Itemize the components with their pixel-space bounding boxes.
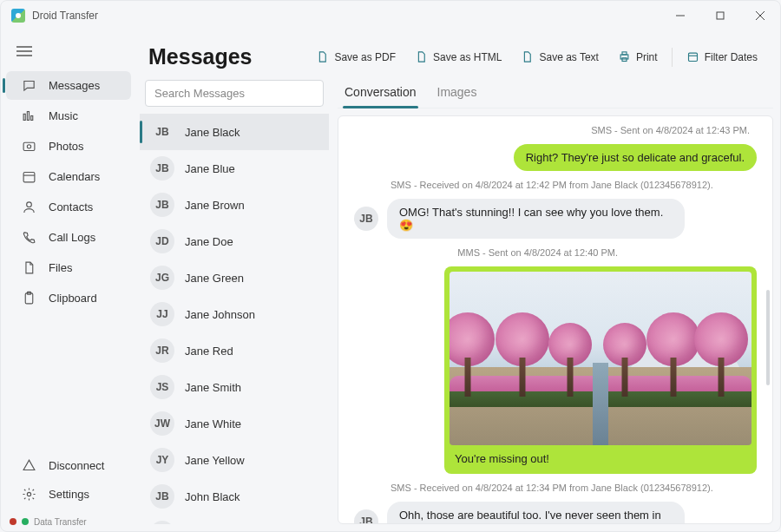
- nav-contacts[interactable]: Contacts: [6, 193, 131, 221]
- sidebar-footer: Disconnect Settings: [1, 451, 136, 512]
- search-input[interactable]: Search Messages: [145, 80, 324, 107]
- disconnect-icon: [22, 458, 36, 473]
- avatar: JR: [150, 338, 174, 363]
- nav-label: Music: [49, 109, 78, 122]
- message-meta: SMS - Sent on 4/8/2024 at 12:43 PM.: [354, 125, 757, 135]
- save-html-button[interactable]: Save as HTML: [408, 46, 509, 68]
- nav-photos[interactable]: Photos: [6, 132, 131, 161]
- contact-item[interactable]: JDJane Doe: [140, 223, 329, 259]
- nav-label: Settings: [49, 488, 89, 501]
- minimize-button[interactable]: [660, 1, 700, 30]
- photo-icon: [22, 139, 36, 154]
- nav-call-logs[interactable]: Call Logs: [6, 223, 131, 252]
- nav-disconnect[interactable]: Disconnect: [6, 451, 131, 480]
- person-icon: [22, 200, 36, 214]
- svg-rect-12: [23, 173, 35, 182]
- mms-image[interactable]: [450, 272, 751, 445]
- calendar-icon: [22, 169, 36, 184]
- chat-icon: [22, 78, 36, 93]
- contact-name: Jane Yellow: [185, 454, 245, 467]
- contact-item[interactable]: JBJohn Blue: [140, 515, 329, 524]
- avatar: JB: [354, 207, 378, 231]
- page-title: Messages: [148, 44, 253, 69]
- nav-messages[interactable]: Messages: [6, 71, 131, 100]
- close-button[interactable]: [740, 1, 780, 30]
- svg-point-11: [27, 145, 30, 148]
- nav-music[interactable]: Music: [6, 102, 131, 130]
- contact-name: Jane White: [185, 417, 241, 430]
- contact-item[interactable]: JSJane Smith: [140, 369, 329, 405]
- avatar: JY: [150, 448, 174, 472]
- messages-pane[interactable]: SMS - Sent on 4/8/2024 at 12:43 PM. Righ…: [338, 115, 773, 524]
- status-text: Data Transfer: [34, 517, 87, 527]
- svg-rect-7: [23, 114, 25, 120]
- nav: Messages Music Photos Calendars Contacts: [1, 71, 136, 451]
- svg-rect-20: [622, 58, 627, 62]
- contact-item[interactable]: JRJane Red: [140, 332, 329, 369]
- contact-item[interactable]: JJJane Johnson: [140, 296, 329, 332]
- print-button[interactable]: Print: [611, 46, 665, 68]
- app-icon: [11, 9, 25, 23]
- received-bubble: Ohh, those are beautiful too. I've never…: [387, 502, 685, 524]
- contact-list[interactable]: JBJane BlackJBJane BlueJBJane BrownJDJan…: [140, 114, 329, 524]
- maximize-button[interactable]: [700, 1, 740, 30]
- contact-name: Jane Brown: [185, 199, 245, 212]
- contact-name: Jane Red: [185, 345, 233, 358]
- avatar: JB: [150, 521, 174, 524]
- button-label: Filter Dates: [705, 51, 758, 63]
- contact-item[interactable]: JWJane White: [140, 405, 329, 442]
- nav-label: Clipboard: [49, 292, 97, 305]
- avatar: JB: [150, 156, 174, 181]
- hamburger-menu[interactable]: [1, 39, 136, 71]
- contact-item[interactable]: JYJane Yellow: [140, 442, 329, 478]
- nav-calendars[interactable]: Calendars: [6, 162, 131, 191]
- titlebar: Droid Transfer: [1, 1, 780, 30]
- contact-item[interactable]: JBJane Blue: [140, 150, 329, 187]
- filter-dates-button[interactable]: Filter Dates: [679, 46, 765, 68]
- contact-name: Jane Smith: [185, 381, 241, 394]
- save-pdf-button[interactable]: Save as PDF: [309, 46, 403, 68]
- mms-card: You're missing out!: [444, 266, 757, 474]
- nav-label: Files: [49, 261, 72, 274]
- phone-icon: [22, 230, 36, 245]
- svg-rect-19: [622, 52, 627, 55]
- contact-item[interactable]: JBJohn Black: [140, 478, 329, 515]
- svg-rect-8: [27, 112, 29, 121]
- nav-clipboard[interactable]: Clipboard: [6, 284, 131, 312]
- svg-rect-21: [688, 53, 697, 61]
- app-title: Droid Transfer: [32, 10, 98, 22]
- contact-item[interactable]: JGJane Green: [140, 259, 329, 296]
- toolbar: Save as PDF Save as HTML Save as Text Pr…: [309, 46, 765, 68]
- mms-caption: You're missing out!: [450, 445, 751, 469]
- message-meta: SMS - Received on 4/8/2024 at 12:42 PM f…: [354, 180, 757, 190]
- nav-label: Messages: [49, 79, 100, 92]
- tab-conversation[interactable]: Conversation: [343, 80, 418, 108]
- nav-settings[interactable]: Settings: [6, 480, 131, 509]
- nav-label: Call Logs: [49, 231, 95, 244]
- button-label: Save as PDF: [334, 51, 396, 63]
- window-controls: [660, 1, 780, 30]
- contact-name: John Black: [185, 490, 240, 503]
- avatar: JB: [150, 193, 174, 217]
- svg-rect-1: [717, 12, 724, 19]
- nav-files[interactable]: Files: [6, 253, 131, 282]
- nav-label: Disconnect: [49, 459, 104, 472]
- contact-item[interactable]: JBJane Brown: [140, 187, 329, 223]
- gear-icon: [22, 487, 36, 502]
- tab-images[interactable]: Images: [436, 80, 479, 108]
- save-text-button[interactable]: Save as Text: [514, 46, 605, 68]
- avatar: JB: [150, 484, 174, 509]
- message-meta: SMS - Received on 4/8/2024 at 12:34 PM f…: [354, 483, 757, 493]
- status-dot-red: [10, 518, 16, 525]
- svg-rect-9: [31, 116, 33, 121]
- scrollbar[interactable]: [766, 290, 770, 385]
- sidebar: Messages Music Photos Calendars Contacts: [1, 30, 136, 531]
- contact-name: Jane Johnson: [185, 308, 255, 321]
- contact-item[interactable]: JBJane Black: [140, 114, 329, 150]
- sent-bubble: Right? They're just so delicate and grac…: [514, 144, 757, 171]
- avatar: JS: [150, 375, 174, 399]
- header: Messages Save as PDF Save as HTML Save a…: [136, 37, 773, 80]
- contact-name: Jane Green: [185, 272, 244, 285]
- clipboard-icon: [22, 291, 36, 305]
- button-label: Save as HTML: [433, 51, 502, 63]
